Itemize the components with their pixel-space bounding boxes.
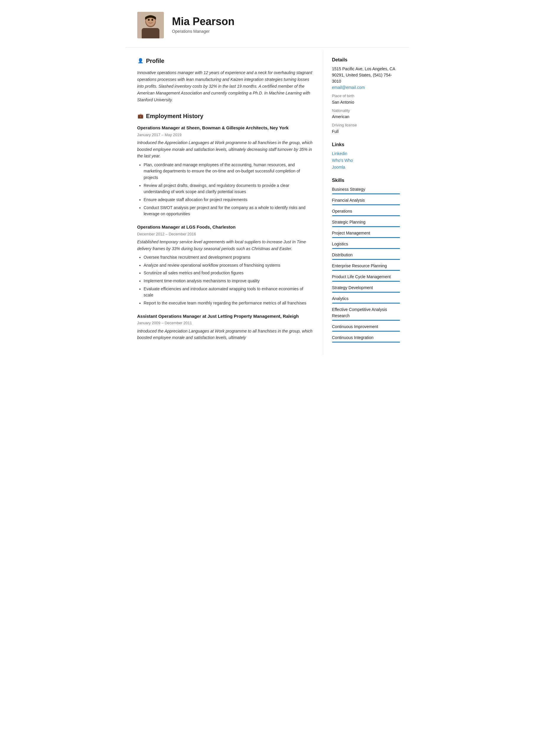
skill-name: Continuous Integration bbox=[332, 335, 400, 341]
skill-bar bbox=[332, 320, 400, 321]
skill-bar bbox=[332, 303, 400, 304]
list-item: Evaluate efficiencies and introduce auto… bbox=[144, 286, 314, 299]
link-whos-who[interactable]: Who's Who bbox=[332, 157, 400, 164]
skill-item: Logistics bbox=[332, 241, 400, 249]
skill-bar bbox=[332, 248, 400, 249]
avatar-image bbox=[137, 12, 164, 39]
profile-text: Innovative operations manager with 12 ye… bbox=[137, 69, 314, 103]
job-1-description: Introduced the Appreciation Languages at… bbox=[137, 139, 314, 159]
skills-list: Business StrategyFinancial AnalysisOpera… bbox=[332, 186, 400, 342]
skill-item: Product Life Cycle Management bbox=[332, 274, 400, 282]
profile-section-title: 👤 Profile bbox=[137, 56, 314, 67]
skill-bar bbox=[332, 204, 400, 205]
list-item: Scrutinize all sales metrics and food pr… bbox=[144, 270, 314, 276]
skills-section: Skills Business StrategyFinancial Analys… bbox=[332, 177, 400, 342]
link-linkedin[interactable]: Linkedin bbox=[332, 150, 400, 157]
job-3: Assistant Operations Manager at Just Let… bbox=[137, 313, 314, 341]
skill-bar bbox=[332, 331, 400, 332]
skills-title: Skills bbox=[332, 177, 400, 184]
skill-item: Enterprise Resource Planning bbox=[332, 263, 400, 271]
employment-section-title: 💼 Employment History bbox=[137, 112, 314, 122]
skill-item: Strategy Development bbox=[332, 285, 400, 293]
place-of-birth-value: San Antonio bbox=[332, 99, 400, 105]
resume-wrapper: Mia Pearson Operations Manager 👤 Profile… bbox=[125, 0, 409, 373]
svg-point-4 bbox=[148, 19, 150, 21]
skill-name: Strategy Development bbox=[332, 285, 400, 291]
links-section: Links Linkedin Who's Who Joomla bbox=[332, 141, 400, 170]
profile-section: 👤 Profile Innovative operations manager … bbox=[137, 56, 314, 103]
profile-icon: 👤 bbox=[137, 58, 144, 64]
nationality-value: American bbox=[332, 114, 400, 120]
nationality-label: Nationality bbox=[332, 108, 400, 114]
skill-item: Operations bbox=[332, 208, 400, 216]
job-2-description: Established temporary service level agre… bbox=[137, 239, 314, 252]
list-item: Report to the executive team monthly reg… bbox=[144, 300, 314, 307]
main-column: 👤 Profile Innovative operations manager … bbox=[125, 50, 323, 355]
skill-item: Distribution bbox=[332, 252, 400, 260]
list-item: Ensure adequate staff allocation for pro… bbox=[144, 197, 314, 203]
header: Mia Pearson Operations Manager bbox=[125, 12, 409, 47]
skill-name: Product Life Cycle Management bbox=[332, 274, 400, 280]
details-title: Details bbox=[332, 56, 400, 64]
employment-icon: 💼 bbox=[137, 113, 144, 119]
job-1: Operations Manager at Sheen, Bowman & Gi… bbox=[137, 124, 314, 217]
job-2-dates: December 2012 – December 2016 bbox=[137, 231, 314, 237]
skill-bar bbox=[332, 226, 400, 227]
job-3-dates: January 2009 – December 2011 bbox=[137, 320, 314, 326]
skill-item: Strategic Planning bbox=[332, 219, 400, 227]
skill-name: Logistics bbox=[332, 241, 400, 247]
skill-item: Financial Analysis bbox=[332, 197, 400, 205]
job-1-dates: January 2017 – May 2019 bbox=[137, 132, 314, 138]
skill-bar bbox=[332, 259, 400, 260]
svg-point-5 bbox=[151, 19, 153, 21]
job-1-title: Operations Manager at Sheen, Bowman & Gi… bbox=[137, 124, 314, 131]
header-info: Mia Pearson Operations Manager bbox=[172, 16, 235, 35]
links-title: Links bbox=[332, 141, 400, 148]
skill-bar bbox=[332, 270, 400, 271]
job-2-title: Operations Manager at LGS Foods, Charles… bbox=[137, 224, 314, 230]
list-item: Oversee franchise recruitment and develo… bbox=[144, 254, 314, 261]
address-value: 1515 Pacific Ave, Los Angeles, CA 90291,… bbox=[332, 66, 400, 85]
skill-item: Analytics bbox=[332, 296, 400, 304]
skill-item: Project Management bbox=[332, 230, 400, 238]
content: 👤 Profile Innovative operations manager … bbox=[125, 50, 409, 355]
skill-name: Distribution bbox=[332, 252, 400, 258]
place-of-birth-label: Place of birth bbox=[332, 93, 400, 99]
details-section: Details 1515 Pacific Ave, Los Angeles, C… bbox=[332, 56, 400, 135]
side-column: Details 1515 Pacific Ave, Los Angeles, C… bbox=[323, 50, 409, 355]
driving-license-value: Full bbox=[332, 128, 400, 135]
skill-name: Enterprise Resource Planning bbox=[332, 263, 400, 269]
job-3-description: Introduced the Appreciation Languages at… bbox=[137, 328, 314, 341]
job-1-bullets: Plan, coordinate and manage employees of… bbox=[137, 162, 314, 218]
skill-name: Strategic Planning bbox=[332, 219, 400, 225]
list-item: Review all project drafts, drawings, and… bbox=[144, 182, 314, 195]
skill-item: Continuous Integration bbox=[332, 335, 400, 342]
skill-name: Project Management bbox=[332, 230, 400, 236]
link-joomla[interactable]: Joomla bbox=[332, 164, 400, 170]
skill-bar bbox=[332, 292, 400, 293]
skill-bar bbox=[332, 281, 400, 282]
employment-section: 💼 Employment History Operations Manager … bbox=[137, 112, 314, 341]
skill-name: Analytics bbox=[332, 296, 400, 302]
skill-item: Business Strategy bbox=[332, 186, 400, 194]
avatar bbox=[137, 12, 164, 39]
skill-bar bbox=[332, 215, 400, 216]
email-value: email@email.com bbox=[332, 85, 400, 91]
list-item: Plan, coordinate and manage employees of… bbox=[144, 162, 314, 181]
candidate-title: Operations Manager bbox=[172, 28, 235, 35]
job-2-bullets: Oversee franchise recruitment and develo… bbox=[137, 254, 314, 307]
list-item: Analyze and review operational workflow … bbox=[144, 262, 314, 269]
skill-item: Continuous Improvement bbox=[332, 324, 400, 332]
list-item: Conduct SWOT analysis per project and fo… bbox=[144, 205, 314, 217]
svg-rect-2 bbox=[142, 28, 159, 39]
skill-item: Effective Competitive Analysis Research bbox=[332, 307, 400, 321]
skill-name: Effective Competitive Analysis Research bbox=[332, 307, 400, 319]
job-3-title: Assistant Operations Manager at Just Let… bbox=[137, 313, 314, 320]
skill-bar bbox=[332, 342, 400, 342]
candidate-name: Mia Pearson bbox=[172, 16, 235, 27]
list-item: Implement time-motion analysis mechanism… bbox=[144, 278, 314, 284]
driving-license-label: Driving license bbox=[332, 122, 400, 128]
job-2: Operations Manager at LGS Foods, Charles… bbox=[137, 224, 314, 307]
skill-name: Continuous Improvement bbox=[332, 324, 400, 330]
skill-name: Financial Analysis bbox=[332, 197, 400, 203]
